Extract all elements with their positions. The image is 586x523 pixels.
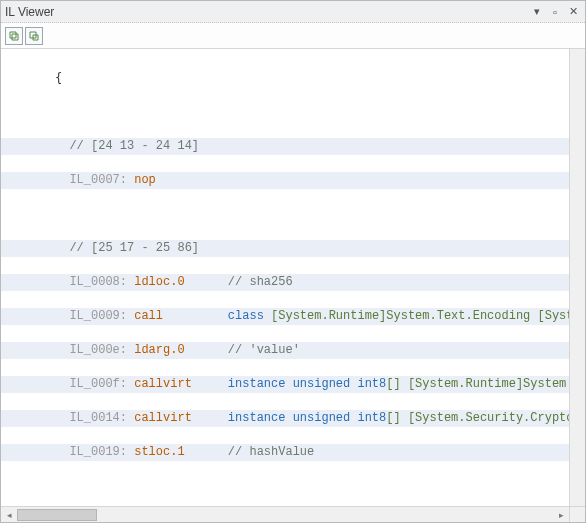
code-line: IL_0008: ldloc.0 // sha256 bbox=[1, 274, 585, 291]
toolbar-button-2[interactable] bbox=[25, 27, 43, 45]
code-line: IL_0007: nop bbox=[1, 172, 585, 189]
pin-icon[interactable]: ▫ bbox=[547, 4, 563, 20]
code-line: IL_000e: ldarg.0 // 'value' bbox=[1, 342, 585, 359]
panel-title: IL Viewer bbox=[5, 5, 527, 19]
il-viewer-panel: IL Viewer ▾ ▫ ✕ { // [24 13 - 24 14] IL_… bbox=[0, 0, 586, 523]
scroll-corner bbox=[569, 506, 585, 522]
dropdown-icon[interactable]: ▾ bbox=[529, 4, 545, 20]
scroll-right-icon[interactable]: ▸ bbox=[553, 507, 569, 522]
code-line: // [25 17 - 25 86] bbox=[1, 240, 585, 257]
vertical-scrollbar[interactable] bbox=[569, 49, 585, 522]
scrollbar-thumb[interactable] bbox=[17, 509, 97, 521]
code-line: IL_0009: call class [System.Runtime]Syst… bbox=[1, 308, 585, 325]
scroll-left-icon[interactable]: ◂ bbox=[1, 507, 17, 522]
code-viewport: { // [24 13 - 24 14] IL_0007: nop // [25… bbox=[1, 49, 585, 522]
code-line: // [24 13 - 24 14] bbox=[1, 138, 585, 155]
code-block: { // [24 13 - 24 14] IL_0007: nop // [25… bbox=[1, 49, 585, 506]
close-icon[interactable]: ✕ bbox=[565, 4, 581, 20]
toolbar-button-1[interactable] bbox=[5, 27, 23, 45]
toolbar bbox=[1, 23, 585, 49]
code-line: IL_000f: callvirt instance unsigned int8… bbox=[1, 376, 585, 393]
titlebar: IL Viewer ▾ ▫ ✕ bbox=[1, 1, 585, 23]
code-line: IL_0014: callvirt instance unsigned int8… bbox=[1, 410, 585, 427]
open-brace: { bbox=[1, 70, 585, 87]
horizontal-scrollbar[interactable]: ◂ ▸ bbox=[1, 506, 569, 522]
code-line: IL_0019: stloc.1 // hashValue bbox=[1, 444, 585, 461]
